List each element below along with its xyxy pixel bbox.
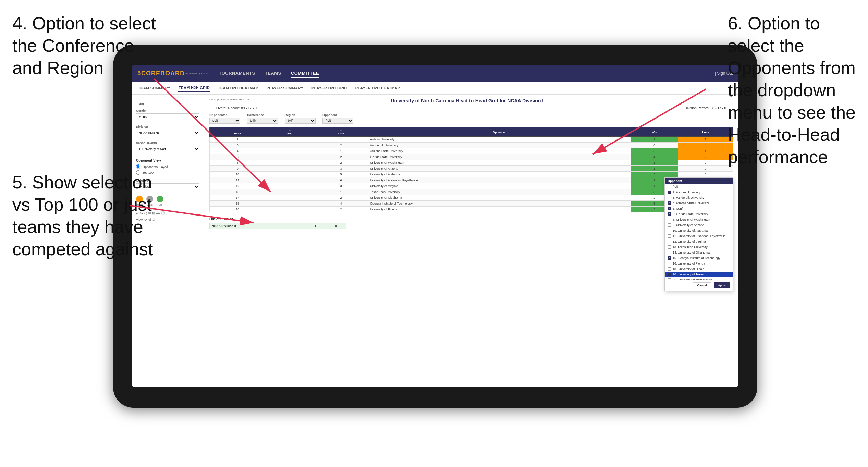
sub-nav: TEAM SUMMARY TEAM H2H GRID TEAM H2H HEAT…: [132, 82, 738, 95]
clock-button[interactable]: 🕐: [161, 211, 165, 215]
col-opponent: Opponent: [368, 127, 631, 137]
col-rank: #Rank: [210, 127, 266, 137]
cell-conf: 2: [314, 143, 368, 148]
cell-reg: [266, 177, 314, 183]
cell-rank: 13: [210, 189, 266, 195]
cell-reg: [266, 137, 314, 143]
cell-conf: 5: [314, 172, 368, 177]
filter-region: Region (All): [285, 113, 316, 124]
table-row: 15 4 Georgia Institute of Technology 5 0: [210, 201, 733, 207]
cell-win: 3: [631, 207, 678, 212]
cell-win: 3: [631, 189, 678, 195]
sidebar-gender-label: Gender: [136, 109, 199, 112]
cell-reg: [266, 143, 314, 148]
cell-conf: 2: [314, 195, 368, 201]
cell-opponent: University of Arkansas, Fayetteville: [368, 177, 631, 183]
division-record: Division Record: 88 - 17 - 0: [685, 106, 726, 110]
cell-opponent: Florida State University: [368, 154, 631, 160]
sidebar-gender-select[interactable]: Men's: [136, 113, 199, 120]
filter-row: Opponents: (All) Conference (All) Region: [209, 113, 733, 124]
cell-loss: 1: [678, 207, 733, 212]
cell-opponent: Vanderbilt University: [368, 143, 631, 148]
filter-opponent-label: Opponent: [322, 113, 353, 117]
filter-conference-label: Conference: [247, 113, 278, 117]
nav-items: TOURNAMENTS TEAMS COMMITTEE: [219, 69, 319, 78]
cell-rank: 15: [210, 201, 266, 207]
cell-win: 2: [631, 137, 678, 143]
cell-reg: [266, 166, 314, 172]
table-row: 14 2 University of Oklahoma 2 2: [210, 195, 733, 201]
sidebar-division-select[interactable]: NCAA Division I: [136, 130, 199, 136]
sub-nav-h2h-heatmap[interactable]: TEAM H2H HEATMAP: [217, 85, 259, 91]
cell-loss: 1: [678, 137, 733, 143]
nav-committee[interactable]: COMMITTEE: [291, 69, 319, 78]
cell-reg: [266, 189, 314, 195]
cell-win: 2: [631, 195, 678, 201]
cell-opponent: University of Alabama: [368, 172, 631, 177]
cell-rank: 9: [210, 166, 266, 172]
nav-bar: 5COREBOARD Powered by Cloud TOURNAMENTS …: [132, 65, 738, 82]
table-row: 9 3 University of Arizona 1 0: [210, 166, 733, 172]
cell-opponent: University of Virginia: [368, 183, 631, 189]
dash-button[interactable]: —: [156, 211, 160, 215]
cell-reg: [266, 183, 314, 189]
page-title: University of North Carolina Head-to-Hea…: [249, 98, 685, 103]
sidebar-opponents-played-radio[interactable]: Opponents Played: [136, 164, 199, 169]
overall-record: Overall Record: 89 - 17 - 0: [216, 106, 257, 110]
filter-opponents-label: Opponents:: [209, 113, 240, 117]
nav-logo-sub: Powered by Cloud: [186, 72, 208, 75]
nav-tournaments[interactable]: TOURNAMENTS: [219, 69, 255, 78]
cell-loss: 0: [678, 166, 733, 172]
tablet: 5COREBOARD Powered by Cloud TOURNAMENTS …: [113, 45, 757, 408]
cell-win: 4: [631, 154, 678, 160]
cell-conf: 6: [314, 177, 368, 183]
table-row: 8 2 University of Washington 1 0: [210, 160, 733, 166]
sidebar-team-label: Team: [136, 102, 199, 106]
table-row: 2 1 Auburn University 2 1: [210, 137, 733, 143]
cell-loss: 1: [678, 148, 733, 154]
annotation-top-left: 4. Option to select the Conference and R…: [12, 12, 156, 79]
sub-nav-h2h-grid[interactable]: TEAM H2H GRID: [178, 84, 210, 92]
table-row: 11 6 University of Arkansas, Fayettevill…: [210, 177, 733, 183]
cell-win: 5: [631, 201, 678, 207]
out-win: 1: [305, 223, 326, 229]
cell-loss: 2: [678, 195, 733, 201]
sub-nav-player-h2h-grid[interactable]: PLAYER H2H GRID: [311, 85, 348, 91]
out-of-division-label: Out of division: [209, 217, 733, 221]
sidebar-division-label: Division: [136, 125, 199, 128]
cell-conf: 3: [314, 166, 368, 172]
cell-rank: 6: [210, 154, 266, 160]
nav-teams[interactable]: TEAMS: [265, 69, 281, 78]
cell-loss: 2: [678, 154, 733, 160]
annotation-top-right: 6. Option to select the Opponents from t…: [728, 12, 856, 168]
sidebar-school-select[interactable]: 1. University of Nort...: [136, 146, 199, 152]
data-table: #Rank #Reg #Conf Opponent Win Loss 2 1 A…: [209, 127, 733, 212]
main-content: Team Gender Men's Division NCAA Division…: [132, 95, 738, 387]
cell-opponent: Arizona State University: [368, 148, 631, 154]
filter-conference-select[interactable]: (All): [247, 118, 278, 124]
sub-nav-player-h2h-heatmap[interactable]: PLAYER H2H HEATMAP: [355, 85, 401, 91]
cell-rank: 3: [210, 143, 266, 148]
table-row: 16 2 University of Florida 3 1: [210, 207, 733, 212]
sub-nav-player-summary[interactable]: PLAYER SUMMARY: [266, 85, 304, 91]
cell-rank: 12: [210, 183, 266, 189]
last-updated: Last Updated: 4/7/2024 16:55:38: [209, 98, 249, 101]
cell-opponent: University of Arizona: [368, 166, 631, 172]
filter-opponents-select[interactable]: (All): [209, 118, 240, 124]
cell-loss: 0: [678, 201, 733, 207]
filter-region-select[interactable]: (All): [285, 118, 316, 124]
tablet-screen: 5COREBOARD Powered by Cloud TOURNAMENTS …: [132, 65, 738, 387]
cell-rank: 11: [210, 177, 266, 183]
cell-loss: 0: [678, 183, 733, 189]
out-loss: 0: [326, 223, 346, 229]
cell-loss: 0: [678, 160, 733, 166]
record-info: Overall Record: 89 - 17 - 0 Division Rec…: [209, 106, 733, 110]
table-row: 4 1 Arizona State University 5 1: [210, 148, 733, 154]
legend-up-circle: [157, 196, 163, 202]
filter-opponent-select[interactable]: (All): [322, 118, 353, 124]
cell-conf: 2: [314, 207, 368, 212]
table-row: 12 3 University of Virginia 1 0: [210, 183, 733, 189]
sub-nav-team-summary[interactable]: TEAM SUMMARY: [137, 85, 171, 91]
cell-conf: 1: [314, 148, 368, 154]
cell-conf: 4: [314, 201, 368, 207]
